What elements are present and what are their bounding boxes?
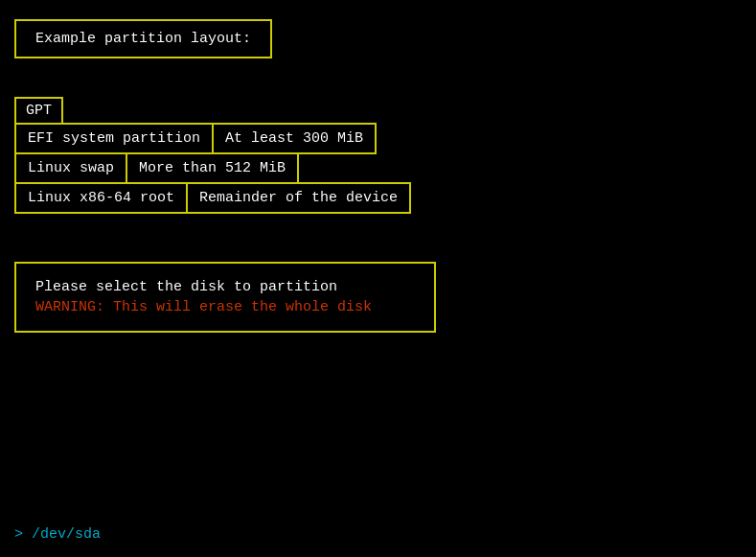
- gpt-box: GPT: [14, 97, 63, 125]
- swap-partition-size: More than 512 MiB: [126, 152, 299, 184]
- partition-row-swap: Linux swap More than 512 MiB: [14, 152, 742, 184]
- root-partition-size: Remainder of the device: [186, 182, 411, 214]
- title-box: Example partition layout:: [14, 19, 272, 58]
- title-label: Example partition layout:: [35, 31, 251, 47]
- root-partition-label: Linux x86-64 root: [14, 182, 188, 214]
- gpt-label: GPT: [26, 103, 52, 119]
- prompt-line[interactable]: > /dev/sda: [14, 526, 101, 543]
- gpt-row: GPT: [14, 97, 742, 125]
- efi-partition-size: At least 300 MiB: [212, 123, 377, 154]
- prompt-text: > /dev/sda: [14, 526, 101, 543]
- partition-row-root: Linux x86-64 root Remainder of the devic…: [14, 182, 742, 214]
- info-box: Please select the disk to partition WARN…: [14, 262, 436, 333]
- swap-partition-label: Linux swap: [14, 152, 127, 184]
- partition-grid: EFI system partition At least 300 MiB Li…: [14, 123, 742, 214]
- info-main-text: Please select the disk to partition: [35, 279, 415, 295]
- terminal-screen: Example partition layout: GPT EFI system…: [0, 0, 756, 557]
- efi-partition-label: EFI system partition: [14, 123, 214, 154]
- partition-row-efi: EFI system partition At least 300 MiB: [14, 123, 742, 154]
- warning-text: WARNING: This will erase the whole disk: [35, 299, 415, 315]
